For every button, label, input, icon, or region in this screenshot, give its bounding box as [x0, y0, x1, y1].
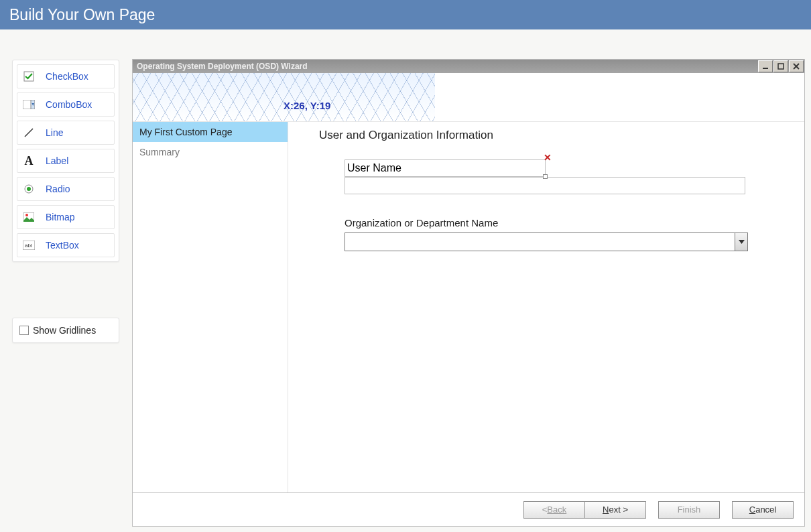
resize-handle-icon[interactable] — [543, 174, 548, 179]
toolbox-label: Line — [46, 127, 63, 138]
line-icon — [21, 125, 36, 140]
next-button[interactable]: Next > — [584, 501, 646, 519]
section-heading: User and Organization Information — [319, 129, 784, 142]
finish-button[interactable]: Finish — [658, 501, 720, 519]
username-label-control[interactable]: User Name ✕ — [345, 159, 546, 177]
toolbox-item-bitmap[interactable]: Bitmap — [17, 205, 115, 229]
wizard-nav: My First Custom Page Summary — [133, 122, 288, 492]
svg-point-5 — [27, 187, 31, 191]
bitmap-icon — [21, 210, 36, 224]
org-label: Organization or Department Name — [345, 217, 784, 228]
toolbox-label: CheckBox — [46, 71, 88, 82]
org-combobox[interactable] — [345, 232, 748, 251]
org-combobox-value[interactable] — [345, 233, 735, 251]
username-input[interactable] — [345, 177, 745, 194]
toolbox-label: Bitmap — [46, 212, 75, 222]
dropdown-arrow-icon[interactable] — [735, 233, 747, 251]
svg-text:abl: abl — [25, 243, 32, 249]
toolbox-panel: CheckBox ComboBox Line A Label — [12, 60, 119, 262]
svg-rect-11 — [778, 64, 784, 69]
wizard-banner: X:26, Y:19 — [133, 73, 804, 122]
toolbox-item-label[interactable]: A Label — [17, 149, 115, 173]
radio-icon — [21, 182, 36, 196]
toolbox-item-checkbox[interactable]: CheckBox — [17, 64, 115, 88]
username-label-text: User Name — [347, 162, 401, 174]
label-icon: A — [21, 153, 36, 168]
maximize-button[interactable] — [773, 60, 788, 72]
show-gridlines-label: Show Gridlines — [33, 325, 96, 336]
nav-item-custom-page[interactable]: My First Custom Page — [133, 122, 288, 142]
show-gridlines-checkbox[interactable] — [19, 326, 29, 335]
toolbox-item-radio[interactable]: Radio — [17, 177, 115, 201]
show-gridlines-row[interactable]: Show Gridlines — [12, 318, 119, 343]
toolbox-item-line[interactable]: Line — [17, 121, 115, 145]
minimize-button[interactable] — [758, 60, 773, 72]
wizard-titlebar: Operating System Deployment (OSD) Wizard — [133, 60, 804, 73]
svg-point-7 — [25, 214, 28, 216]
page-header: Build Your Own Page — [0, 0, 811, 29]
nav-item-summary[interactable]: Summary — [133, 142, 288, 162]
toolbox-label: ComboBox — [46, 99, 92, 110]
wizard-body: User and Organization Information User N… — [288, 122, 804, 492]
wizard-title: Operating System Deployment (OSD) Wizard — [137, 62, 308, 71]
coordinate-label: X:26, Y:19 — [284, 100, 330, 111]
back-button[interactable]: < Back — [523, 501, 585, 519]
cancel-button[interactable]: Cancel — [732, 501, 794, 519]
delete-control-icon[interactable]: ✕ — [544, 152, 552, 163]
checkbox-icon — [21, 69, 36, 84]
toolbox-item-combobox[interactable]: ComboBox — [17, 92, 115, 117]
wizard-button-row: < Back Next > Finish Cancel — [133, 492, 804, 526]
wizard-window: Operating System Deployment (OSD) Wizard… — [132, 59, 805, 527]
svg-line-3 — [25, 129, 33, 137]
toolbox-label: Radio — [46, 184, 70, 194]
toolbox-label: Label — [46, 155, 68, 166]
page-title: Build Your Own Page — [9, 6, 155, 24]
toolbox-label: TextBox — [46, 240, 79, 251]
toolbox-item-textbox[interactable]: abl TextBox — [17, 233, 115, 257]
close-button[interactable] — [789, 60, 804, 72]
textbox-icon: abl — [21, 238, 36, 253]
combobox-icon — [21, 97, 36, 112]
